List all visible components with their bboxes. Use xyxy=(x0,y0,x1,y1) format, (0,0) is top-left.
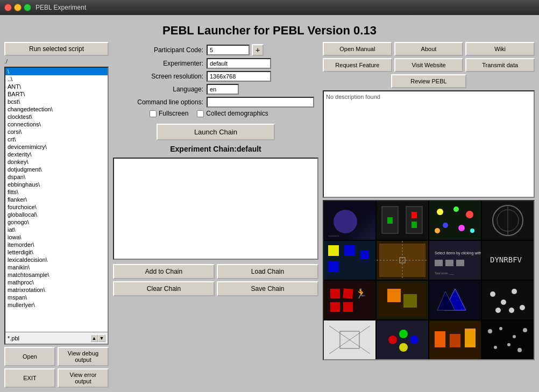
list-item[interactable]: gonogo\ xyxy=(5,218,108,226)
increment-participant-button[interactable]: + xyxy=(252,44,264,56)
list-item[interactable]: fitts\ xyxy=(5,188,108,196)
view-debug-output-button[interactable]: View debug output xyxy=(58,347,109,366)
chain-list[interactable] xyxy=(113,158,318,260)
transmit-data-button[interactable]: Transmit data xyxy=(465,58,535,72)
list-item[interactable]: dexterity\ xyxy=(5,151,108,158)
clear-chain-button[interactable]: Clear Chain xyxy=(113,281,215,296)
list-item[interactable]: iowa\ xyxy=(5,233,108,241)
thumbnail-9[interactable]: 🏃 xyxy=(324,281,375,319)
list-item[interactable]: BART\ xyxy=(5,90,108,98)
add-to-chain-button[interactable]: Add to Chain xyxy=(113,264,215,279)
list-item[interactable]: matrixrotation\ xyxy=(5,286,108,294)
thumbnail-1[interactable]: experiment xyxy=(324,201,375,240)
list-item[interactable]: connections\ xyxy=(5,120,108,128)
svg-rect-62 xyxy=(435,331,445,347)
screen-resolution-input[interactable] xyxy=(207,71,271,82)
thumbnail-8[interactable]: DYNRBFV xyxy=(482,241,534,280)
thumbnail-15[interactable] xyxy=(429,320,481,359)
list-item[interactable]: matchtosample\ xyxy=(5,271,108,279)
launch-chain-button[interactable]: Launch Chain xyxy=(157,124,275,140)
list-item[interactable]: manikin\ xyxy=(5,263,108,271)
demographics-checkbox-label[interactable]: Collect demographics xyxy=(197,110,268,117)
experimenter-row: Experimenter: xyxy=(117,58,314,69)
list-item[interactable]: crt\ xyxy=(5,136,108,143)
thumbnail-14[interactable] xyxy=(377,320,428,359)
scroll-down-icon[interactable]: ▼ xyxy=(98,334,105,342)
window-controls[interactable] xyxy=(4,4,31,11)
thumbnail-13[interactable] xyxy=(324,320,375,359)
list-item[interactable]: mathproc\ xyxy=(5,279,108,286)
request-feature-button[interactable]: Request Feature xyxy=(323,58,392,72)
thumbnail-4[interactable] xyxy=(482,201,534,240)
list-item[interactable]: mspan\ xyxy=(5,294,108,301)
about-button[interactable]: About xyxy=(394,42,464,56)
open-manual-button[interactable]: Open Manual xyxy=(323,42,392,56)
list-item[interactable]: clocktest\ xyxy=(5,113,108,120)
svg-text:experiment: experiment xyxy=(328,234,339,237)
list-item[interactable]: bcst\ xyxy=(5,98,108,105)
thumbnail-3[interactable] xyxy=(429,201,481,240)
thumbnail-16[interactable] xyxy=(482,320,534,359)
list-item[interactable]: donkey\ xyxy=(5,158,108,166)
scroll-up-icon[interactable]: ▲ xyxy=(90,334,98,342)
list-item[interactable]: devicemimicry\ xyxy=(5,143,108,151)
list-item[interactable]: flanker\ xyxy=(5,196,108,203)
thumbnail-7[interactable]: Select items by clicking with mouse Tota… xyxy=(429,241,481,280)
thumbnail-11[interactable] xyxy=(429,281,481,319)
list-item[interactable]: \ xyxy=(5,68,108,75)
list-item[interactable]: ebbinghaus\ xyxy=(5,181,108,188)
experimenter-label: Experimenter: xyxy=(117,60,203,67)
save-chain-button[interactable]: Save Chain xyxy=(217,281,318,296)
thumbnail-10[interactable] xyxy=(377,281,428,319)
list-item[interactable]: lexicaldecision\ xyxy=(5,256,108,263)
list-item[interactable]: dotjudgment\ xyxy=(5,166,108,173)
svg-point-57 xyxy=(388,336,397,344)
visit-website-button[interactable]: Visit Website xyxy=(394,58,464,72)
list-item[interactable]: mullerlyer\ xyxy=(5,301,108,309)
fullscreen-checkbox[interactable] xyxy=(150,110,157,117)
wiki-button[interactable]: Wiki xyxy=(465,42,535,56)
list-item[interactable]: dspan\ xyxy=(5,173,108,181)
file-list[interactable]: \..\ ANT\BART\bcst\changedetection\clock… xyxy=(5,68,108,332)
svg-rect-41 xyxy=(403,294,417,308)
list-item[interactable]: globallocal\ xyxy=(5,211,108,218)
svg-rect-35 xyxy=(343,288,353,299)
demographics-checkbox[interactable] xyxy=(197,110,204,117)
svg-rect-40 xyxy=(387,289,401,302)
participant-code-input[interactable] xyxy=(207,45,250,55)
review-pebl-button[interactable]: Review PEBL xyxy=(391,74,466,88)
run-selected-script-button[interactable]: Run selected script xyxy=(4,42,109,56)
path-label: ./ xyxy=(4,58,109,65)
list-item[interactable]: letterdigit\ xyxy=(5,248,108,256)
right-panel: Open Manual About Wiki Request Feature V… xyxy=(323,42,535,388)
load-chain-button[interactable]: Load Chain xyxy=(217,264,318,279)
view-error-output-button[interactable]: View error output xyxy=(58,368,109,388)
svg-point-13 xyxy=(435,228,440,233)
svg-rect-5 xyxy=(412,212,417,218)
thumbnail-6[interactable] xyxy=(377,241,428,280)
list-item[interactable]: itemorder\ xyxy=(5,241,108,248)
list-item[interactable]: changedetection\ xyxy=(5,105,108,113)
fullscreen-checkbox-label[interactable]: Fullscreen xyxy=(150,110,188,117)
thumbnail-12[interactable] xyxy=(482,281,534,319)
participant-code-label: Participant Code: xyxy=(117,46,203,54)
list-item[interactable]: corsi\ xyxy=(5,128,108,136)
list-item[interactable]: ..\ xyxy=(5,75,108,83)
cmdline-label: Command line options: xyxy=(117,98,203,106)
close-button[interactable] xyxy=(4,4,12,11)
language-input[interactable] xyxy=(207,84,239,95)
svg-rect-19 xyxy=(328,261,339,272)
thumbnail-2[interactable] xyxy=(377,201,428,240)
cmdline-input[interactable] xyxy=(207,97,314,108)
svg-point-46 xyxy=(490,291,495,297)
exit-button[interactable]: EXIT xyxy=(4,368,55,388)
experimenter-input[interactable] xyxy=(207,58,271,69)
thumbnail-5[interactable] xyxy=(324,241,375,280)
list-item[interactable]: fourchoice\ xyxy=(5,203,108,211)
list-item[interactable]: iat\ xyxy=(5,226,108,233)
maximize-button[interactable] xyxy=(24,4,31,11)
svg-point-11 xyxy=(458,225,465,231)
minimize-button[interactable] xyxy=(14,4,22,11)
list-item[interactable]: ANT\ xyxy=(5,83,108,90)
open-button[interactable]: Open xyxy=(4,347,55,366)
